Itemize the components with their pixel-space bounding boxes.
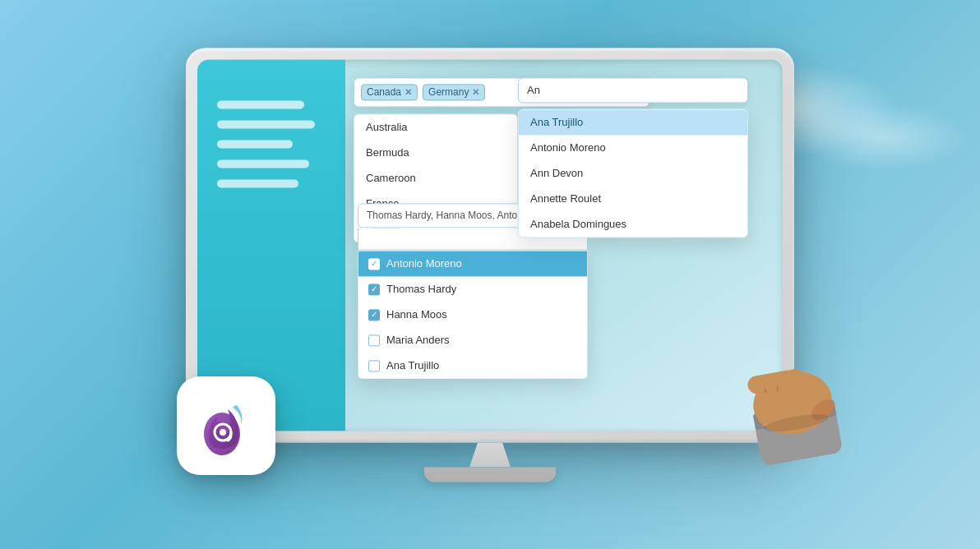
checkbox-maria-anders-label: Maria Anders [386,334,450,346]
checkbox-ana-trujillo-label: Ana Trujillo [386,359,439,371]
app-icon[interactable] [177,376,275,475]
autocomplete-item-annette-roulet[interactable]: Annette Roulet [519,186,747,211]
checkbox-item-thomas-hardy[interactable]: ✓ Thomas Hardy [358,276,587,302]
checkbox-maria-anders-box [368,334,380,346]
person-autocomplete[interactable]: Ana Trujillo Antonio Moreno Ann Devon An… [518,77,748,103]
tag-germany-close[interactable]: ✕ [472,87,479,98]
multiselect-dropdown: ✓ Antonio Moreno ✓ Thomas Hardy ✓ Hanna … [358,251,588,379]
app-icon-graphic [193,393,259,459]
checkbox-antonio-moreno-box: ✓ [368,258,380,270]
monitor: Canada ✕ Germany ✕ Australia Bermuda Cam… [186,48,794,483]
sidebar-line-4 [217,159,309,168]
country-item-bermuda[interactable]: Bermuda [354,140,517,165]
monitor-body: Canada ✕ Germany ✕ Australia Bermuda Cam… [186,48,794,442]
country-item-australia[interactable]: Australia [354,114,517,140]
svg-line-8 [765,390,766,393]
checkbox-ana-trujillo-box [368,360,380,371]
autocomplete-dropdown: Ana Trujillo Antonio Moreno Ann Devon An… [518,108,748,238]
hand [718,334,867,471]
tag-canada-close[interactable]: ✕ [404,87,412,98]
monitor-screen: Canada ✕ Germany ✕ Australia Bermuda Cam… [197,59,783,431]
autocomplete-item-anabela-domingues[interactable]: Anabela Domingues [519,211,747,237]
sidebar-line-5 [217,179,298,187]
checkbox-item-ana-trujillo[interactable]: Ana Trujillo [358,353,587,378]
checkbox-thomas-hardy-box: ✓ [368,284,380,295]
tag-canada-label: Canada [367,86,401,98]
checkbox-item-hanna-moos[interactable]: ✓ Hanna Moos [358,302,587,327]
sidebar-line-3 [217,140,293,148]
autocomplete-item-antonio-moreno[interactable]: Antonio Moreno [519,135,747,160]
checkbox-hanna-moos-label: Hanna Moos [386,308,447,321]
autocomplete-item-ana-trujillo[interactable]: Ana Trujillo [519,109,747,135]
checkbox-item-maria-anders[interactable]: Maria Anders [358,327,587,353]
monitor-stand [186,442,794,482]
tag-germany-label: Germany [428,86,469,98]
sidebar [197,59,345,431]
svg-point-2 [220,429,226,436]
tag-canada[interactable]: Canada ✕ [361,84,418,100]
sidebar-line-2 [217,120,315,128]
sidebar-line-1 [217,100,304,108]
country-item-cameroon[interactable]: Cameroon [354,165,517,191]
checkbox-item-antonio-moreno[interactable]: ✓ Antonio Moreno [358,251,587,276]
svg-line-9 [777,386,778,390]
checkbox-antonio-moreno-label: Antonio Moreno [386,257,462,270]
checkbox-hanna-moos-box: ✓ [368,309,380,321]
autocomplete-item-ann-devon[interactable]: Ann Devon [519,160,747,186]
stand-neck [469,442,511,467]
autocomplete-search-input[interactable] [518,77,748,103]
tag-germany[interactable]: Germany ✕ [423,84,485,100]
checkbox-thomas-hardy-label: Thomas Hardy [386,283,456,295]
stand-base [424,467,556,482]
